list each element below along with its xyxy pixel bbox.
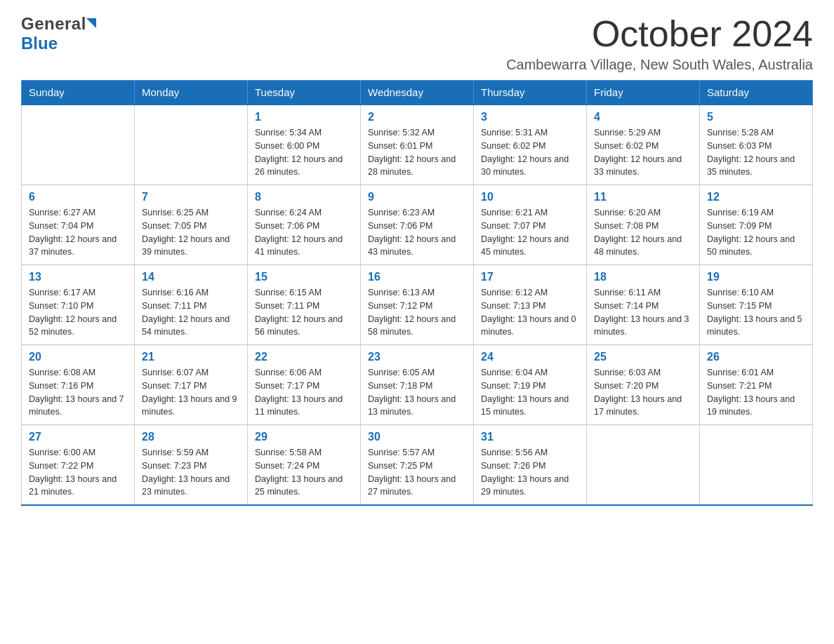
calendar-cell: 27Sunrise: 6:00 AMSunset: 7:22 PMDayligh… [22,425,135,506]
day-number: 16 [368,271,466,283]
day-info: Sunrise: 6:20 AMSunset: 7:08 PMDaylight:… [594,206,692,259]
calendar-week-5: 27Sunrise: 6:00 AMSunset: 7:22 PMDayligh… [22,425,813,506]
day-number: 25 [594,351,692,363]
logo: General Blue [21,14,96,53]
day-info: Sunrise: 6:16 AMSunset: 7:11 PMDaylight:… [142,286,240,339]
day-number: 19 [707,271,805,283]
calendar-cell: 16Sunrise: 6:13 AMSunset: 7:12 PMDayligh… [361,265,474,345]
weekday-header-thursday: Thursday [474,81,587,105]
calendar-body: 1Sunrise: 5:34 AMSunset: 6:00 PMDaylight… [22,105,813,505]
location-title: Cambewarra Village, New South Wales, Aus… [506,57,813,73]
day-number: 4 [594,111,692,123]
day-info: Sunrise: 6:12 AMSunset: 7:13 PMDaylight:… [481,286,579,339]
day-info: Sunrise: 6:07 AMSunset: 7:17 PMDaylight:… [142,366,240,419]
day-info: Sunrise: 5:59 AMSunset: 7:23 PMDaylight:… [142,446,240,499]
day-number: 3 [481,111,579,123]
calendar-cell: 13Sunrise: 6:17 AMSunset: 7:10 PMDayligh… [22,265,135,345]
logo-blue-text: Blue [21,34,58,53]
day-number: 30 [368,431,466,443]
day-info: Sunrise: 6:03 AMSunset: 7:20 PMDaylight:… [594,366,692,419]
day-info: Sunrise: 5:32 AMSunset: 6:01 PMDaylight:… [368,126,466,179]
day-info: Sunrise: 6:19 AMSunset: 7:09 PMDaylight:… [707,206,805,259]
weekday-header-row: SundayMondayTuesdayWednesdayThursdayFrid… [22,81,813,105]
calendar-cell: 29Sunrise: 5:58 AMSunset: 7:24 PMDayligh… [248,425,361,506]
calendar-cell: 10Sunrise: 6:21 AMSunset: 7:07 PMDayligh… [474,185,587,265]
calendar-cell: 14Sunrise: 6:16 AMSunset: 7:11 PMDayligh… [135,265,248,345]
weekday-header-saturday: Saturday [700,81,813,105]
day-number: 27 [29,431,127,443]
calendar-cell: 30Sunrise: 5:57 AMSunset: 7:25 PMDayligh… [361,425,474,506]
day-number: 8 [255,191,353,203]
day-info: Sunrise: 6:15 AMSunset: 7:11 PMDaylight:… [255,286,353,339]
calendar-week-1: 1Sunrise: 5:34 AMSunset: 6:00 PMDaylight… [22,105,813,185]
calendar-cell: 25Sunrise: 6:03 AMSunset: 7:20 PMDayligh… [587,345,700,425]
calendar-cell: 4Sunrise: 5:29 AMSunset: 6:02 PMDaylight… [587,105,700,185]
calendar-cell: 15Sunrise: 6:15 AMSunset: 7:11 PMDayligh… [248,265,361,345]
day-number: 26 [707,351,805,363]
day-number: 10 [481,191,579,203]
day-info: Sunrise: 6:17 AMSunset: 7:10 PMDaylight:… [29,286,127,339]
calendar-cell [22,105,135,185]
calendar-week-4: 20Sunrise: 6:08 AMSunset: 7:16 PMDayligh… [22,345,813,425]
calendar-cell [135,105,248,185]
day-number: 17 [481,271,579,283]
day-info: Sunrise: 6:04 AMSunset: 7:19 PMDaylight:… [481,366,579,419]
day-number: 29 [255,431,353,443]
calendar-cell: 21Sunrise: 6:07 AMSunset: 7:17 PMDayligh… [135,345,248,425]
page-header: General Blue October 2024 Cambewarra Vil… [21,14,813,73]
day-info: Sunrise: 6:08 AMSunset: 7:16 PMDaylight:… [29,366,127,419]
day-info: Sunrise: 6:24 AMSunset: 7:06 PMDaylight:… [255,206,353,259]
title-area: October 2024 Cambewarra Village, New Sou… [506,14,813,73]
day-info: Sunrise: 6:11 AMSunset: 7:14 PMDaylight:… [594,286,692,339]
day-info: Sunrise: 6:23 AMSunset: 7:06 PMDaylight:… [368,206,466,259]
day-number: 20 [29,351,127,363]
calendar-cell: 5Sunrise: 5:28 AMSunset: 6:03 PMDaylight… [700,105,813,185]
day-number: 23 [368,351,466,363]
calendar-cell: 26Sunrise: 6:01 AMSunset: 7:21 PMDayligh… [700,345,813,425]
calendar-cell: 8Sunrise: 6:24 AMSunset: 7:06 PMDaylight… [248,185,361,265]
day-number: 18 [594,271,692,283]
day-number: 2 [368,111,466,123]
day-number: 6 [29,191,127,203]
weekday-header-friday: Friday [587,81,700,105]
weekday-header-tuesday: Tuesday [248,81,361,105]
weekday-header-wednesday: Wednesday [361,81,474,105]
calendar-cell: 11Sunrise: 6:20 AMSunset: 7:08 PMDayligh… [587,185,700,265]
weekday-header-sunday: Sunday [22,81,135,105]
calendar-cell: 17Sunrise: 6:12 AMSunset: 7:13 PMDayligh… [474,265,587,345]
day-number: 13 [29,271,127,283]
calendar-cell: 28Sunrise: 5:59 AMSunset: 7:23 PMDayligh… [135,425,248,506]
day-info: Sunrise: 5:34 AMSunset: 6:00 PMDaylight:… [255,126,353,179]
day-number: 22 [255,351,353,363]
day-number: 15 [255,271,353,283]
day-info: Sunrise: 6:01 AMSunset: 7:21 PMDaylight:… [707,366,805,419]
day-info: Sunrise: 6:10 AMSunset: 7:15 PMDaylight:… [707,286,805,339]
day-number: 14 [142,271,240,283]
calendar-cell: 31Sunrise: 5:56 AMSunset: 7:26 PMDayligh… [474,425,587,506]
calendar-week-3: 13Sunrise: 6:17 AMSunset: 7:10 PMDayligh… [22,265,813,345]
month-title: October 2024 [506,14,813,54]
calendar-cell: 12Sunrise: 6:19 AMSunset: 7:09 PMDayligh… [700,185,813,265]
calendar-cell: 22Sunrise: 6:06 AMSunset: 7:17 PMDayligh… [248,345,361,425]
day-info: Sunrise: 5:31 AMSunset: 6:02 PMDaylight:… [481,126,579,179]
day-number: 11 [594,191,692,203]
calendar-cell: 23Sunrise: 6:05 AMSunset: 7:18 PMDayligh… [361,345,474,425]
day-info: Sunrise: 5:28 AMSunset: 6:03 PMDaylight:… [707,126,805,179]
day-number: 28 [142,431,240,443]
day-info: Sunrise: 5:58 AMSunset: 7:24 PMDaylight:… [255,446,353,499]
day-info: Sunrise: 5:29 AMSunset: 6:02 PMDaylight:… [594,126,692,179]
calendar-header: SundayMondayTuesdayWednesdayThursdayFrid… [22,81,813,105]
calendar-cell [587,425,700,506]
weekday-header-monday: Monday [135,81,248,105]
logo-general-text: General [21,14,86,34]
day-number: 21 [142,351,240,363]
calendar-cell: 3Sunrise: 5:31 AMSunset: 6:02 PMDaylight… [474,105,587,185]
calendar-cell [700,425,813,506]
calendar-cell: 7Sunrise: 6:25 AMSunset: 7:05 PMDaylight… [135,185,248,265]
calendar-cell: 2Sunrise: 5:32 AMSunset: 6:01 PMDaylight… [361,105,474,185]
day-number: 9 [368,191,466,203]
day-info: Sunrise: 6:25 AMSunset: 7:05 PMDaylight:… [142,206,240,259]
day-number: 24 [481,351,579,363]
calendar-cell: 24Sunrise: 6:04 AMSunset: 7:19 PMDayligh… [474,345,587,425]
day-info: Sunrise: 6:21 AMSunset: 7:07 PMDaylight:… [481,206,579,259]
